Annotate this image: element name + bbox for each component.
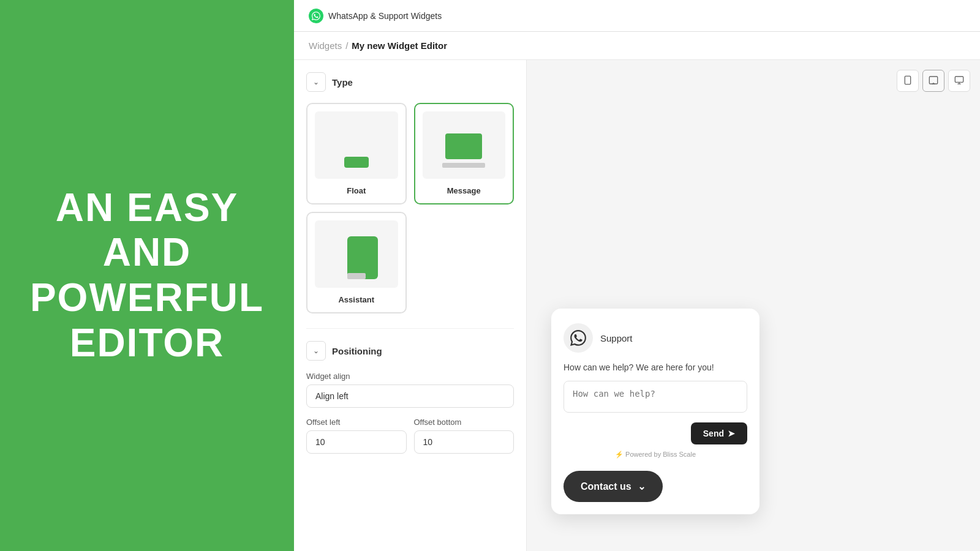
preview-panel: Support How can we help? We are here for…: [527, 60, 980, 551]
type-card-float[interactable]: Float: [306, 103, 407, 204]
svg-rect-5: [955, 77, 963, 82]
support-label: Support: [600, 333, 633, 343]
breadcrumb-current: My new Widget Editor: [352, 40, 447, 51]
tablet-icon: [929, 75, 938, 87]
assistant-foot: [347, 273, 366, 279]
float-preview: [315, 111, 398, 179]
preview-toolbar: [897, 70, 970, 92]
type-card-assistant[interactable]: Assistant: [306, 212, 407, 313]
mobile-icon: [903, 75, 913, 87]
whatsapp-icon: [309, 9, 323, 23]
positioning-toggle-button[interactable]: ⌄: [306, 341, 326, 361]
widget-help-text: How can we help? We are here for you!: [564, 362, 747, 372]
breadcrumb: Widgets / My new Widget Editor: [294, 32, 980, 60]
main-area: WhatsApp & Support Widgets Widgets / My …: [294, 0, 980, 551]
hero-line1: AN EASY: [56, 186, 239, 230]
positioning-section-header: ⌄ Positioning: [306, 341, 514, 361]
type-section-title: Type: [332, 77, 353, 88]
contact-chevron-icon: ⌄: [638, 481, 646, 492]
desktop-icon: [954, 75, 964, 87]
assistant-preview: [315, 220, 398, 288]
widget-support-row: Support: [564, 323, 747, 353]
widget-align-group: Widget align Align left Align right Alig…: [306, 372, 514, 408]
section-divider: [306, 328, 514, 329]
offset-bottom-label: Offset bottom: [414, 418, 514, 427]
support-avatar: [564, 323, 593, 353]
positioning-section: ⌄ Positioning Widget align Align left Al…: [306, 341, 514, 463]
offset-left-input[interactable]: [306, 430, 407, 454]
hero-text: AN EASY AND POWERFUL EDITOR: [30, 186, 264, 365]
breadcrumb-parent[interactable]: Widgets: [309, 40, 342, 51]
message-label: Message: [447, 186, 481, 195]
positioning-section-title: Positioning: [332, 346, 382, 356]
offset-bottom-input[interactable]: [414, 430, 514, 454]
breadcrumb-separator: /: [345, 40, 348, 51]
widget-preview-area: Support How can we help? We are here for…: [527, 60, 980, 551]
message-screen: [445, 133, 482, 159]
message-preview-inner: [442, 133, 485, 168]
contact-us-label: Contact us: [581, 481, 631, 492]
chevron-down-icon-2: ⌄: [313, 347, 319, 355]
send-button[interactable]: Send ➤: [691, 422, 747, 444]
offset-bottom-group: Offset bottom: [414, 418, 514, 454]
top-bar: WhatsApp & Support Widgets: [294, 0, 980, 32]
contact-us-button[interactable]: Contact us ⌄: [564, 471, 663, 502]
widget-popup: Support How can we help? We are here for…: [551, 309, 760, 514]
desktop-view-button[interactable]: [948, 70, 970, 92]
message-preview: [423, 111, 506, 179]
widget-message-input[interactable]: [564, 381, 747, 413]
widget-align-label: Widget align: [306, 372, 514, 381]
type-toggle-button[interactable]: ⌄: [306, 72, 326, 92]
powered-by: ⚡ Powered by Bliss Scale: [564, 451, 747, 461]
widget-popup-body: Support How can we help? We are here for…: [551, 309, 760, 471]
message-base: [442, 163, 485, 168]
offset-row: Offset left Offset bottom: [306, 418, 514, 463]
offset-left-group: Offset left: [306, 418, 407, 454]
widget-align-select[interactable]: Align left Align right Align center: [306, 384, 514, 408]
hero-line2: AND: [103, 230, 192, 274]
svg-rect-0: [905, 76, 910, 84]
chevron-down-icon: ⌄: [313, 78, 319, 86]
send-icon: ➤: [728, 429, 735, 438]
send-label: Send: [703, 429, 724, 438]
hero-panel: AN EASY AND POWERFUL EDITOR: [0, 0, 294, 551]
hero-line3: POWERFUL: [30, 276, 264, 320]
offset-left-label: Offset left: [306, 418, 407, 427]
type-cards-grid: Float Message: [306, 103, 514, 313]
float-indicator: [344, 157, 369, 168]
editor-panel: ⌄ Type Float: [294, 60, 527, 551]
hero-line4: EDITOR: [70, 321, 225, 365]
app-title: WhatsApp & Support Widgets: [328, 11, 442, 21]
type-section-header: ⌄ Type: [306, 72, 514, 92]
type-card-message[interactable]: Message: [414, 103, 514, 204]
assistant-label: Assistant: [338, 295, 374, 304]
float-label: Float: [347, 186, 366, 195]
mobile-view-button[interactable]: [897, 70, 919, 92]
tablet-view-button[interactable]: [922, 70, 944, 92]
content-area: ⌄ Type Float: [294, 60, 980, 551]
widget-send-row: Send ➤: [564, 422, 747, 444]
